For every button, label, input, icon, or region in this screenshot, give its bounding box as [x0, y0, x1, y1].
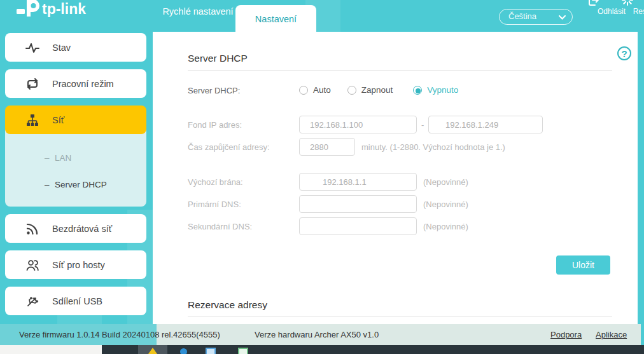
taskbar-star-icon[interactable]	[148, 348, 157, 354]
sidebar-item-wireless-label: Bezdrátová síť	[52, 224, 112, 234]
help-icon[interactable]: ?	[617, 46, 631, 60]
ip-pool-separator: -	[421, 120, 424, 130]
radio-auto[interactable]	[299, 86, 308, 95]
taskbar-app-icon[interactable]	[180, 348, 187, 354]
primary-dns-label: Primární DNS:	[188, 200, 241, 209]
os-taskbar	[0, 345, 644, 354]
tab-quick-setup[interactable]: Rychlé nastavení	[160, 6, 235, 17]
sidebar-item-dhcp-server-label: Server DHCP	[55, 176, 107, 194]
logout-icon	[587, 0, 600, 6]
wireless-icon	[25, 222, 39, 236]
tp-link-logo: tp-link	[17, 0, 99, 20]
secondary-dns-note: (Nepovinné)	[423, 222, 468, 231]
restart-icon	[621, 0, 634, 6]
taskbar-app-icon-green[interactable]	[238, 348, 248, 354]
section-divider	[188, 70, 612, 71]
sidebar-item-usb-sharing-label: Sdílení USB	[52, 296, 102, 306]
sidebar-item-status[interactable]: Stav	[5, 33, 146, 62]
primary-dns-input[interactable]	[299, 195, 417, 213]
radio-off-label[interactable]: Vypnuto	[427, 85, 458, 95]
svg-text:tp-link: tp-link	[42, 1, 86, 17]
taskbar-left-area	[0, 345, 102, 354]
activity-icon	[25, 41, 39, 55]
sidebar-item-operation-mode[interactable]: Pracovní režim	[5, 69, 146, 98]
sidebar-item-status-label: Stav	[52, 43, 71, 53]
logout-label: Odhlásit	[594, 7, 629, 16]
language-select[interactable]: Čeština	[499, 9, 573, 25]
sidebar-item-lan-label: LAN	[55, 149, 71, 167]
sidebar-item-dhcp-server[interactable]: – Server DHCP	[5, 176, 146, 194]
gateway-label: Výchozí brána:	[188, 177, 243, 187]
sidebar-item-usb-sharing[interactable]: Sdílení USB	[5, 287, 146, 315]
guest-network-icon	[25, 258, 39, 272]
radio-on[interactable]	[347, 86, 356, 95]
save-button[interactable]: Uložit	[556, 255, 610, 275]
section-divider	[188, 317, 612, 317]
support-link[interactable]: Podpora	[550, 330, 582, 339]
sidebar-item-guest-network[interactable]: Síť pro hosty	[5, 250, 146, 279]
firmware-version: Verze firmwaru 1.0.14 Build 20240108 rel…	[19, 330, 220, 339]
footer-bar: Verze firmwaru 1.0.14 Build 20240108 rel…	[0, 324, 641, 345]
radio-on-label[interactable]: Zapnout	[361, 85, 393, 95]
sidebar-item-wireless[interactable]: Bezdrátová síť	[5, 214, 146, 243]
tab-settings[interactable]: Nastavení	[235, 5, 316, 32]
radio-off[interactable]	[413, 86, 422, 95]
section-title-address-reservation: Rezervace adresy	[188, 299, 267, 311]
gateway-note: (Nepovinné)	[423, 177, 468, 187]
router-admin-page: tp-link Rychlé nastavení Nastavení Češti…	[0, 0, 644, 354]
network-icon	[25, 113, 39, 127]
secondary-dns-label: Sekundární DNS:	[188, 222, 252, 231]
lease-time-input[interactable]	[299, 138, 355, 156]
restart-label: Restart	[627, 7, 644, 16]
dhcp-server-label: Server DHCP:	[188, 86, 240, 95]
submenu-dash: –	[45, 149, 50, 167]
network-submenu: – LAN – Server DHCP	[5, 130, 146, 207]
work-mode-icon	[25, 77, 39, 91]
tp-link-logo-icon: tp-link	[17, 0, 99, 20]
taskbar-window-icon[interactable]	[206, 348, 216, 354]
usb-icon	[25, 294, 39, 308]
primary-dns-note: (Nepovinné)	[423, 200, 468, 209]
ip-pool-start-input[interactable]	[299, 116, 417, 133]
radio-auto-label[interactable]: Auto	[313, 85, 331, 95]
gateway-input[interactable]	[299, 173, 417, 191]
sidebar-item-network-label: Síť	[52, 115, 64, 125]
chevron-down-icon	[559, 15, 566, 20]
ip-pool-label: Fond IP adres:	[188, 120, 242, 130]
section-title-dhcp: Server DHCP	[188, 53, 248, 64]
sidebar-item-guest-network-label: Síť pro hosty	[52, 260, 105, 270]
sidebar-item-network[interactable]: Síť	[5, 106, 146, 134]
hardware-version: Verze hardwaru Archer AX50 v1.0	[255, 330, 379, 339]
apps-link[interactable]: Aplikace	[596, 330, 627, 339]
secondary-dns-input[interactable]	[299, 217, 417, 235]
submenu-dash: –	[45, 176, 50, 194]
ip-pool-end-input[interactable]	[428, 116, 543, 133]
lease-time-note: minuty. (1-2880. Výchozí hodnota je 1.)	[361, 142, 505, 152]
main-content-panel: ? Server DHCP Server DHCP: Auto Zapnout …	[153, 32, 638, 324]
sidebar-item-lan[interactable]: – LAN	[5, 149, 146, 167]
lease-time-label: Čas zapůjčení adresy:	[188, 142, 270, 152]
language-value: Čeština	[508, 11, 536, 21]
sidebar-item-operation-mode-label: Pracovní režim	[52, 79, 114, 89]
dhcp-mode-radio-group: Auto Zapnout Vypnuto	[299, 85, 458, 95]
